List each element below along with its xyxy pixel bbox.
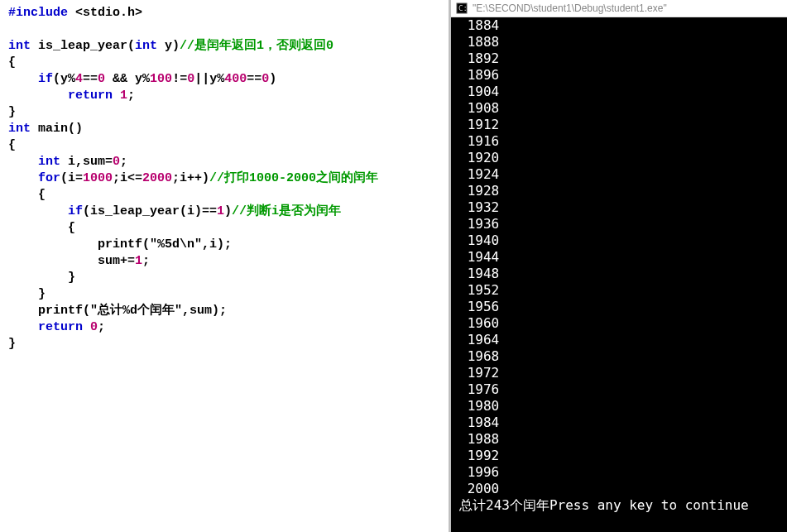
code-token: 0 [187,72,194,86]
console-line: 1888 [459,34,779,50]
console-line: 1956 [459,299,779,315]
code-token: //打印1000-2000之间的闰年 [209,171,378,185]
code-token: 100 [150,72,172,86]
console-summary-line: 总计243个闰年Press any key to continue [459,497,779,514]
code-token: is_leap_year( [31,39,135,53]
code-token: ; [98,320,105,334]
app-icon: C:\ [456,2,468,14]
code-token: sum+= [8,254,135,268]
console-line: 1936 [459,216,779,232]
console-line: 1948 [459,266,779,282]
code-line[interactable]: int is_leap_year(int y)//是闰年返回1，否则返回0 [8,38,440,55]
code-token: 4 [75,72,83,86]
code-token: (y% [53,72,75,86]
code-token: 0 [262,72,269,86]
console-line: 1896 [459,67,779,84]
console-line: 1892 [459,50,779,67]
code-line[interactable]: if(y%4==0 && y%100!=0||y%400==0) [8,71,440,88]
code-line[interactable]: { [8,55,440,71]
code-line[interactable]: { [8,220,440,237]
code-token [8,89,68,103]
code-token: ; [142,254,150,268]
code-line[interactable]: } [8,270,440,286]
console-line: 1884 [459,17,779,34]
console-line: 1924 [459,166,779,183]
code-token: //判断i是否为闰年 [232,204,341,218]
console-line: 1908 [459,100,779,117]
code-line[interactable]: return 1; [8,88,440,104]
code-token: 0 [98,72,105,86]
code-token: int [38,155,60,169]
code-line[interactable]: for(i=1000;i<=2000;i++)//打印1000-2000之间的闰… [8,170,440,187]
code-token: ,i); [202,237,232,252]
console-output[interactable]: 1884 1888 1892 1896 1904 1908 1912 1916 … [451,17,787,532]
code-token: return [38,320,83,334]
code-token: && y% [105,72,150,86]
code-token: "总计%d个闰年" [90,304,182,318]
code-token: int [135,39,157,53]
code-line[interactable] [8,22,440,38]
code-token: (i= [60,171,83,185]
console-line: 1996 [459,464,779,481]
code-token [8,171,38,185]
code-token: ) [224,204,232,218]
console-line: 1944 [459,249,779,266]
code-token: (is_leap_year(i)== [83,204,217,218]
console-title: "E:\SECOND\student1\Debug\student1.exe" [473,2,667,14]
code-line[interactable]: #include <stdio.h> [8,5,440,22]
code-token: { [8,55,16,69]
code-token: 1000 [83,171,113,185]
code-line[interactable]: } [8,336,440,352]
code-token: ||y% [194,72,224,86]
code-token: { [8,188,46,202]
console-line: 1964 [459,332,779,348]
console-line: 1952 [459,282,779,299]
console-line: 1984 [459,415,779,431]
console-line: 1988 [459,431,779,448]
console-line: 1920 [459,150,779,166]
console-line: 1932 [459,199,779,216]
code-token: main() [31,122,83,136]
code-line[interactable]: printf("总计%d个闰年",sum); [8,303,440,319]
code-token: 400 [224,72,247,86]
code-token: //是闰年返回1，否则返回0 [180,39,334,53]
code-line[interactable]: } [8,286,440,303]
code-line[interactable]: { [8,137,440,154]
code-token: <stdio.h> [68,6,142,20]
code-line[interactable]: printf("%5d\n",i); [8,237,440,253]
code-line[interactable]: } [8,104,440,121]
code-token [113,89,120,103]
code-token: } [8,337,16,351]
code-token: if [38,72,53,86]
code-token [8,155,38,169]
console-line: 1904 [459,84,779,100]
code-token: 1 [217,204,224,218]
code-token: != [172,72,187,86]
console-line: 1972 [459,365,779,381]
console-titlebar[interactable]: C:\ "E:\SECOND\student1\Debug\student1.e… [451,0,787,17]
code-token: 2000 [142,171,172,185]
console-line: 2000 [459,481,779,497]
code-token: ; [120,155,127,169]
code-line[interactable]: int i,sum=0; [8,154,440,170]
code-line[interactable]: { [8,187,440,204]
code-token: return [68,89,113,103]
code-token [83,320,90,334]
code-line[interactable]: sum+=1; [8,253,440,270]
code-token [8,72,38,86]
code-line[interactable]: return 0; [8,319,440,336]
console-line: 1916 [459,133,779,150]
code-token: ;i<= [113,171,142,185]
code-token: printf( [8,304,90,318]
code-line[interactable]: int main() [8,121,440,137]
console-line: 1992 [459,448,779,464]
code-token: } [8,287,46,301]
console-line: 1976 [459,381,779,398]
code-token: == [83,72,98,86]
code-token: "%5d\n" [150,237,202,252]
code-token: if [68,204,83,218]
code-editor[interactable]: #include <stdio.h> int is_leap_year(int … [0,0,451,532]
code-token: ; [127,89,135,103]
code-line[interactable]: if(is_leap_year(i)==1)//判断i是否为闰年 [8,204,440,220]
code-token: ) [269,72,276,86]
